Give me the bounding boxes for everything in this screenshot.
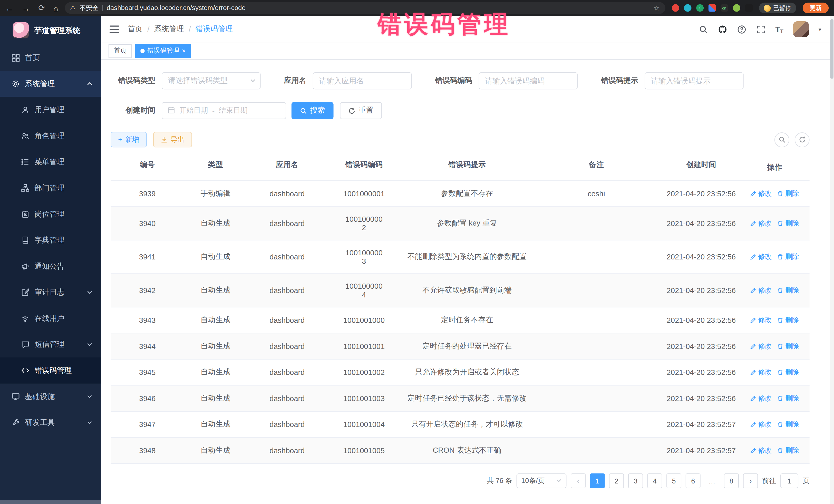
sidebar-item-sms[interactable]: 短信管理 <box>0 331 101 357</box>
close-icon[interactable]: × <box>182 48 186 54</box>
sidebar-item-roles[interactable]: 角色管理 <box>0 123 101 149</box>
delete-link[interactable]: 删除 <box>777 368 799 377</box>
pager-page-2[interactable]: 2 <box>609 474 624 488</box>
cell-type: 自动生成 <box>184 386 247 411</box>
extension-icon[interactable]: ✓ <box>696 4 703 12</box>
error-code-input[interactable] <box>479 72 578 89</box>
url-text[interactable]: dashboard.yudao.iocoder.cn/system/error-… <box>107 4 246 12</box>
search-button[interactable]: 搜索 <box>291 102 334 119</box>
edit-link[interactable]: 修改 <box>750 342 772 351</box>
pager-page-3[interactable]: 3 <box>628 474 643 488</box>
sidebar-item-notices[interactable]: 通知公告 <box>0 253 101 280</box>
extension-icon[interactable] <box>708 4 716 12</box>
sidebar-item-dev-tools[interactable]: 研发工具 <box>0 410 101 436</box>
breadcrumb-home[interactable]: 首页 <box>128 24 142 34</box>
sidebar-item-menus[interactable]: 菜单管理 <box>0 149 101 175</box>
app-name-input[interactable] <box>313 72 412 89</box>
delete-link[interactable]: 删除 <box>777 446 799 455</box>
extension-icon[interactable] <box>672 4 679 12</box>
export-button[interactable]: 导出 <box>153 132 192 147</box>
pager-page-4[interactable]: 4 <box>647 474 662 488</box>
delete-link[interactable]: 删除 <box>777 189 799 198</box>
delete-link[interactable]: 删除 <box>777 342 799 351</box>
cell-memo <box>533 416 659 432</box>
scrollbar-thumb[interactable] <box>830 19 833 79</box>
forward-icon[interactable]: → <box>22 3 30 12</box>
font-size-icon[interactable]: TT <box>775 25 784 34</box>
sidebar-item-users[interactable]: 用户管理 <box>0 97 101 123</box>
tab-error-codes[interactable]: 错误码管理 × <box>135 44 191 58</box>
sidebar-item-dictionary[interactable]: 字典管理 <box>0 227 101 253</box>
goto-page-input[interactable] <box>781 474 798 488</box>
pager-page-8[interactable]: 8 <box>724 474 739 488</box>
sidebar-item-audit-log[interactable]: 审计日志 <box>0 279 101 305</box>
edit-link[interactable]: 修改 <box>750 394 772 403</box>
tab-home[interactable]: 首页 <box>109 44 132 58</box>
avatar-caret-icon[interactable]: ▾ <box>819 26 821 32</box>
add-button[interactable]: + 新增 <box>111 132 147 147</box>
refresh-button[interactable] <box>795 132 810 147</box>
delete-link[interactable]: 删除 <box>777 315 799 325</box>
cell-msg: 定时任务已经处于该状态，无需修改 <box>400 386 533 411</box>
scrollbar-track[interactable] <box>830 16 834 504</box>
pager-page-1[interactable]: 1 <box>590 474 605 488</box>
user-avatar[interactable] <box>793 21 809 37</box>
filter-label: 应用名 <box>284 76 306 85</box>
pager-page-6[interactable]: 6 <box>686 474 701 488</box>
back-icon[interactable]: ← <box>5 3 13 12</box>
delete-link[interactable]: 删除 <box>777 420 799 429</box>
prev-page-button[interactable]: ‹ <box>571 474 586 488</box>
extension-icon[interactable] <box>684 4 691 12</box>
breadcrumb-separator: / <box>189 25 191 34</box>
extension-icon[interactable]: on <box>720 4 728 12</box>
next-page-button[interactable]: › <box>743 474 758 488</box>
security-label[interactable]: 不安全 <box>80 3 99 12</box>
page-size-select[interactable]: 10条/页 <box>517 474 567 488</box>
sidebar-item-departments[interactable]: 部门管理 <box>0 175 101 201</box>
bookmark-star-icon[interactable]: ☆ <box>654 4 660 12</box>
extension-icon[interactable] <box>733 4 740 12</box>
pager-page-5[interactable]: 5 <box>666 474 681 488</box>
edit-link[interactable]: 修改 <box>750 252 772 262</box>
github-icon[interactable] <box>718 24 727 34</box>
edit-link[interactable]: 修改 <box>750 189 772 198</box>
breadcrumb-system[interactable]: 系统管理 <box>154 24 184 34</box>
logo[interactable]: 芋道管理系统 <box>0 16 101 45</box>
sidebar-item-system[interactable]: 系统管理 <box>0 71 101 97</box>
address-bar[interactable]: ⚠ 不安全 dashboard.yudao.iocoder.cn/system/… <box>65 2 665 14</box>
hamburger-icon[interactable] <box>110 25 119 33</box>
id-badge-icon <box>21 210 29 218</box>
edit-link[interactable]: 修改 <box>750 368 772 377</box>
edit-link[interactable]: 修改 <box>750 446 772 455</box>
sidebar-item-error-codes[interactable]: 错误码管理 <box>0 357 101 384</box>
toggle-search-button[interactable] <box>774 132 789 147</box>
edit-link[interactable]: 修改 <box>750 420 772 429</box>
home-icon[interactable]: ⌂ <box>53 3 58 12</box>
error-type-select[interactable]: 请选择错误码类型 <box>162 72 261 89</box>
org-tree-icon <box>21 184 29 192</box>
sidebar-item-online-users[interactable]: 在线用户 <box>0 305 101 332</box>
edit-link[interactable]: 修改 <box>750 315 772 325</box>
puzzle-icon[interactable] <box>745 4 752 12</box>
filter-error-code: 错误码编码 <box>435 72 577 89</box>
sidebar-item-home[interactable]: 首页 <box>0 45 101 71</box>
delete-link[interactable]: 删除 <box>777 286 799 295</box>
sidebar-item-posts[interactable]: 岗位管理 <box>0 201 101 227</box>
pager-ellipsis[interactable]: … <box>705 474 720 488</box>
error-msg-input[interactable] <box>644 72 744 89</box>
delete-link[interactable]: 删除 <box>777 394 799 403</box>
fullscreen-icon[interactable] <box>756 24 766 34</box>
delete-link[interactable]: 删除 <box>777 219 799 228</box>
browser-update-button[interactable]: 更新 <box>803 3 829 13</box>
edit-link[interactable]: 修改 <box>750 286 772 295</box>
reload-icon[interactable]: ⟳ <box>38 3 45 13</box>
edit-link[interactable]: 修改 <box>750 219 772 228</box>
delete-link[interactable]: 删除 <box>777 252 799 262</box>
cell-app: dashboard <box>247 438 327 463</box>
search-icon[interactable] <box>699 24 708 34</box>
reset-button[interactable]: 重置 <box>340 102 382 119</box>
sidebar-item-infrastructure[interactable]: 基础设施 <box>0 384 101 410</box>
date-range-picker[interactable]: 开始日期 - 结束日期 <box>162 102 286 119</box>
help-icon[interactable] <box>737 24 746 34</box>
profile-paused-chip[interactable]: 已暂停 <box>759 3 796 13</box>
